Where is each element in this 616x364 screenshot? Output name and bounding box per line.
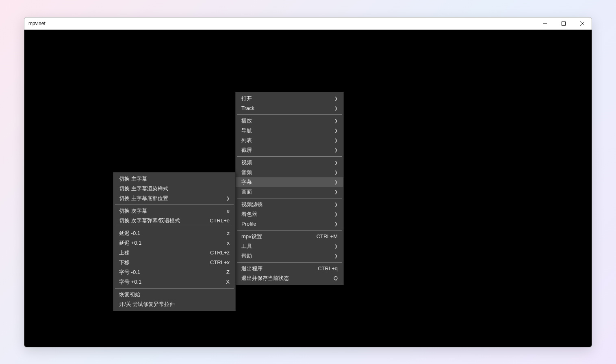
menu-item-label: 切换 次字幕弹幕/双语模式 xyxy=(119,217,197,224)
sub_menu-item[interactable]: 切换 次字幕弹幕/双语模式CTRL+e xyxy=(113,216,235,226)
menu-separator xyxy=(115,205,234,205)
menu-item-label: 列表 xyxy=(241,137,326,144)
menu-item-label: 音频 xyxy=(241,169,326,176)
menu-item-shortcut: CTRL+z xyxy=(210,250,230,256)
menu-item-label: 延迟 -0.1 xyxy=(119,230,215,237)
menu-item-label: 切换 主字幕渲染样式 xyxy=(119,185,230,192)
main_menu-item[interactable]: 工具❯ xyxy=(236,241,343,251)
menu-item-label: mpv设置 xyxy=(241,233,304,240)
menu-separator xyxy=(115,227,234,227)
menu-item-label: 打开 xyxy=(241,95,326,102)
chevron-right-icon: ❯ xyxy=(226,196,230,200)
main_menu-item[interactable]: 退出并保存当前状态Q xyxy=(236,274,343,283)
menu-item-shortcut: z xyxy=(227,230,230,236)
menu-separator xyxy=(237,156,342,157)
minimize-icon xyxy=(543,22,547,26)
main_menu-item[interactable]: 视频滤镜❯ xyxy=(236,200,343,209)
menu-item-label: 着色器 xyxy=(241,211,326,218)
sub_menu-item[interactable]: 切换 主字幕 xyxy=(113,174,235,184)
video-area[interactable]: 打开❯Track❯播放❯导航❯列表❯截屏❯视频❯音频❯字幕❯画面❯视频滤镜❯着色… xyxy=(24,30,592,347)
main_menu-item[interactable]: Track❯ xyxy=(236,103,343,113)
menu-item-shortcut: Q xyxy=(334,275,338,281)
sub_menu-item[interactable]: 下移CTRL+x xyxy=(113,258,235,267)
sub_menu-item[interactable]: 延迟 +0.1x xyxy=(113,238,235,248)
sub_menu-item[interactable]: 切换 主字幕底部位置❯ xyxy=(113,194,235,203)
sub_menu-item[interactable]: 切换 主字幕渲染样式 xyxy=(113,184,235,194)
menu-item-shortcut: Z xyxy=(226,269,230,275)
menu-item-label: 退出程序 xyxy=(241,265,306,272)
window-controls xyxy=(536,17,592,30)
titlebar[interactable]: mpv.net xyxy=(24,17,592,30)
sub_menu-item[interactable]: 开/关 尝试修复异常拉伸 xyxy=(113,299,235,309)
menu-item-label: 退出并保存当前状态 xyxy=(241,275,321,282)
chevron-right-icon: ❯ xyxy=(334,212,338,216)
sub_menu-item[interactable]: 切换 次字幕e xyxy=(113,206,235,216)
menu-item-label: 恢复初始 xyxy=(119,291,230,298)
main_menu-item[interactable]: Profile❯ xyxy=(236,219,343,229)
chevron-right-icon: ❯ xyxy=(334,160,338,165)
menu-item-label: 字幕 xyxy=(241,179,326,186)
main_menu-item[interactable]: 着色器❯ xyxy=(236,209,343,219)
menu-item-shortcut: CTRL+e xyxy=(210,218,230,224)
menu-item-shortcut: X xyxy=(226,279,230,285)
menu-item-shortcut: e xyxy=(227,208,230,214)
menu-separator xyxy=(115,288,234,289)
menu-item-label: 字号 -0.1 xyxy=(119,269,214,276)
menu-item-label: 开/关 尝试修复异常拉伸 xyxy=(119,301,230,308)
maximize-icon xyxy=(562,22,566,26)
close-button[interactable] xyxy=(573,17,592,30)
maximize-button[interactable] xyxy=(554,17,573,30)
menu-item-label: 播放 xyxy=(241,117,326,125)
chevron-right-icon: ❯ xyxy=(334,148,338,152)
menu-item-label: 上移 xyxy=(119,249,198,256)
chevron-right-icon: ❯ xyxy=(334,190,338,194)
menu-item-label: 帮助 xyxy=(241,252,326,260)
menu-item-label: 延迟 +0.1 xyxy=(119,239,215,247)
menu-item-label: 视频滤镜 xyxy=(241,201,326,208)
main_menu-item[interactable]: 视频❯ xyxy=(236,158,343,168)
main_menu-item[interactable]: 播放❯ xyxy=(236,116,343,126)
chevron-right-icon: ❯ xyxy=(334,138,338,142)
sub_menu-item[interactable]: 上移CTRL+z xyxy=(113,248,235,258)
chevron-right-icon: ❯ xyxy=(334,170,338,174)
chevron-right-icon: ❯ xyxy=(334,96,338,101)
chevron-right-icon: ❯ xyxy=(334,106,338,110)
menu-separator xyxy=(237,262,342,263)
main_menu-item[interactable]: 帮助❯ xyxy=(236,251,343,261)
menu-item-label: 字号 +0.1 xyxy=(119,278,214,286)
menu-item-label: 切换 次字幕 xyxy=(119,207,215,215)
main_menu-item[interactable]: 导航❯ xyxy=(236,126,343,136)
main_menu-item[interactable]: 字幕❯ xyxy=(236,177,343,187)
menu-item-label: 切换 主字幕底部位置 xyxy=(119,195,218,202)
menu-separator xyxy=(237,114,342,115)
menu-separator xyxy=(237,198,342,198)
context-menu-subtitle: 切换 主字幕切换 主字幕渲染样式切换 主字幕底部位置❯切换 次字幕e切换 次字幕… xyxy=(113,172,236,311)
minimize-button[interactable] xyxy=(536,17,554,30)
chevron-right-icon: ❯ xyxy=(334,254,338,258)
menu-item-shortcut: CTRL+q xyxy=(318,265,338,271)
menu-item-shortcut: CTRL+x xyxy=(210,259,230,265)
main_menu-item[interactable]: 画面❯ xyxy=(236,187,343,197)
app-window: mpv.net 打开❯Track❯播放❯导航❯列表❯截屏❯视频❯音频❯字幕❯画面… xyxy=(24,17,592,347)
main_menu-item[interactable]: 截屏❯ xyxy=(236,145,343,155)
menu-separator xyxy=(237,230,342,230)
main_menu-item[interactable]: 列表❯ xyxy=(236,136,343,145)
menu-item-label: Profile xyxy=(241,221,326,227)
svg-rect-1 xyxy=(562,22,566,25)
context-menu-main: 打开❯Track❯播放❯导航❯列表❯截屏❯视频❯音频❯字幕❯画面❯视频滤镜❯着色… xyxy=(235,92,344,285)
main_menu-item[interactable]: 打开❯ xyxy=(236,94,343,103)
sub_menu-item[interactable]: 字号 -0.1Z xyxy=(113,267,235,277)
chevron-right-icon: ❯ xyxy=(334,244,338,248)
chevron-right-icon: ❯ xyxy=(334,222,338,226)
menu-item-shortcut: CTRL+M xyxy=(317,233,338,239)
sub_menu-item[interactable]: 延迟 -0.1z xyxy=(113,228,235,238)
main_menu-item[interactable]: 退出程序CTRL+q xyxy=(236,264,343,274)
main_menu-item[interactable]: 音频❯ xyxy=(236,168,343,177)
main_menu-item[interactable]: mpv设置CTRL+M xyxy=(236,232,343,241)
window-title: mpv.net xyxy=(28,21,46,26)
menu-item-label: 下移 xyxy=(119,259,198,266)
sub_menu-item[interactable]: 恢复初始 xyxy=(113,290,235,299)
chevron-right-icon: ❯ xyxy=(334,202,338,207)
sub_menu-item[interactable]: 字号 +0.1X xyxy=(113,277,235,287)
close-icon xyxy=(580,22,584,26)
